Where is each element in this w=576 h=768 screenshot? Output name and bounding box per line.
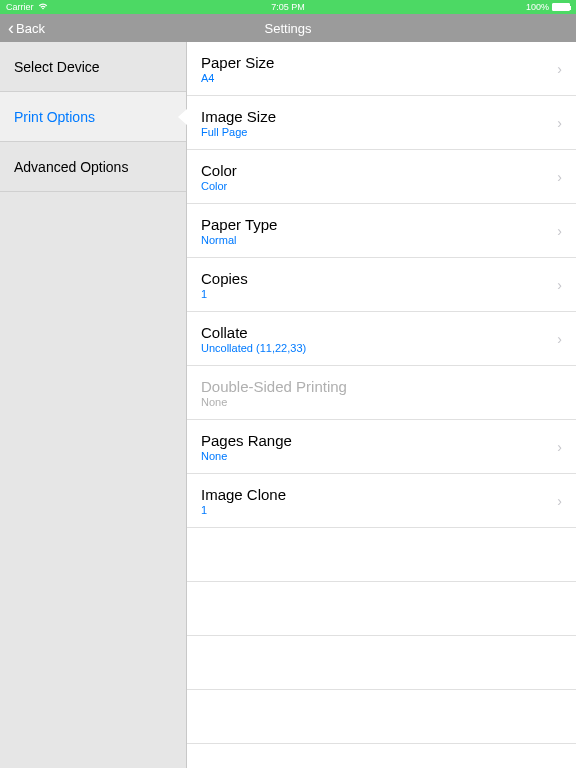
collate-row[interactable]: CollateUncollated (11,22,33)› [187, 312, 576, 366]
detail-label: Paper Size [201, 54, 549, 71]
detail-text: Pages RangeNone [201, 432, 549, 462]
nav-bar: ‹ Back Settings [0, 14, 576, 42]
detail-text: Copies1 [201, 270, 549, 300]
page-title: Settings [265, 21, 312, 36]
detail-text: Image SizeFull Page [201, 108, 549, 138]
status-time: 7:05 PM [271, 2, 305, 12]
detail-label: Color [201, 162, 549, 179]
double-sided-row: Double-Sided PrintingNone [187, 366, 576, 420]
sidebar: Select DevicePrint OptionsAdvanced Optio… [0, 42, 187, 768]
color-row[interactable]: ColorColor› [187, 150, 576, 204]
chevron-right-icon: › [557, 331, 562, 347]
detail-label: Double-Sided Printing [201, 378, 562, 395]
sidebar-item-print-options[interactable]: Print Options [0, 92, 186, 142]
sidebar-item-select-device[interactable]: Select Device [0, 42, 186, 92]
chevron-right-icon: › [557, 115, 562, 131]
detail-label: Image Size [201, 108, 549, 125]
detail-text: Paper TypeNormal [201, 216, 549, 246]
detail-text: CollateUncollated (11,22,33) [201, 324, 549, 354]
content: Select DevicePrint OptionsAdvanced Optio… [0, 42, 576, 768]
pages-range-row[interactable]: Pages RangeNone› [187, 420, 576, 474]
copies-row[interactable]: Copies1› [187, 258, 576, 312]
sidebar-item-label: Select Device [14, 59, 100, 75]
chevron-right-icon: › [557, 277, 562, 293]
image-clone-row[interactable]: Image Clone1› [187, 474, 576, 528]
sidebar-item-label: Print Options [14, 109, 95, 125]
detail-label: Image Clone [201, 486, 549, 503]
detail-label: Copies [201, 270, 549, 287]
chevron-right-icon: › [557, 439, 562, 455]
detail-value: None [201, 450, 549, 462]
detail-text: Double-Sided PrintingNone [201, 378, 562, 408]
image-size-row[interactable]: Image SizeFull Page› [187, 96, 576, 150]
battery-percent: 100% [526, 2, 549, 12]
empty-row [187, 528, 576, 582]
detail-panel: Paper SizeA4›Image SizeFull Page›ColorCo… [187, 42, 576, 768]
detail-value: None [201, 396, 562, 408]
sidebar-item-advanced-options[interactable]: Advanced Options [0, 142, 186, 192]
chevron-right-icon: › [557, 493, 562, 509]
detail-value: Full Page [201, 126, 549, 138]
detail-value: 1 [201, 504, 549, 516]
back-label: Back [16, 21, 45, 36]
status-bar: Carrier 7:05 PM 100% [0, 0, 576, 14]
detail-text: Paper SizeA4 [201, 54, 549, 84]
detail-label: Pages Range [201, 432, 549, 449]
empty-row [187, 582, 576, 636]
chevron-right-icon: › [557, 169, 562, 185]
detail-text: ColorColor [201, 162, 549, 192]
chevron-right-icon: › [557, 61, 562, 77]
paper-type-row[interactable]: Paper TypeNormal› [187, 204, 576, 258]
detail-text: Image Clone1 [201, 486, 549, 516]
battery-icon [552, 3, 570, 11]
detail-value: Color [201, 180, 549, 192]
back-button[interactable]: ‹ Back [0, 18, 53, 39]
empty-row [187, 636, 576, 690]
sidebar-item-label: Advanced Options [14, 159, 128, 175]
status-right: 100% [526, 2, 570, 12]
chevron-right-icon: › [557, 223, 562, 239]
carrier-label: Carrier [6, 2, 34, 12]
empty-row [187, 690, 576, 744]
detail-label: Paper Type [201, 216, 549, 233]
status-left: Carrier [6, 2, 48, 12]
paper-size-row[interactable]: Paper SizeA4› [187, 42, 576, 96]
detail-value: 1 [201, 288, 549, 300]
detail-label: Collate [201, 324, 549, 341]
back-chevron-icon: ‹ [8, 18, 14, 39]
detail-value: Normal [201, 234, 549, 246]
wifi-icon [38, 2, 48, 12]
detail-value: Uncollated (11,22,33) [201, 342, 549, 354]
detail-value: A4 [201, 72, 549, 84]
